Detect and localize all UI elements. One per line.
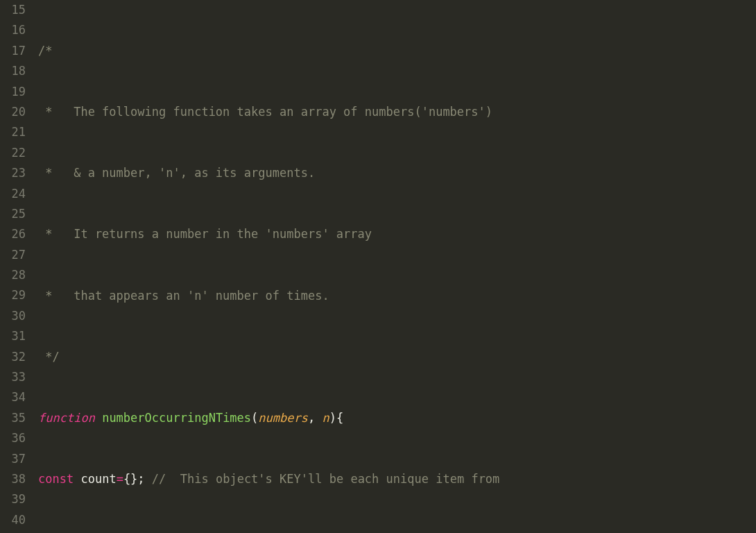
- line-number: 39: [0, 489, 26, 509]
- line-number: 36: [0, 428, 26, 448]
- line-number: 27: [0, 245, 26, 265]
- line-number: 26: [0, 224, 26, 244]
- line-number: 38: [0, 469, 26, 489]
- line-number: 20: [0, 102, 26, 122]
- line-number: 22: [0, 143, 26, 163]
- code-line[interactable]: */: [38, 347, 756, 367]
- code-line[interactable]: function numberOccurringNTimes(numbers, …: [38, 408, 756, 428]
- line-number: 17: [0, 41, 26, 61]
- code-line[interactable]: // our array(numbers) & its VALUES'll be…: [38, 530, 756, 533]
- line-number: 21: [0, 122, 26, 142]
- code-line[interactable]: const count={}; // This object's KEY'll …: [38, 469, 756, 489]
- line-number: 16: [0, 20, 26, 40]
- line-number: 19: [0, 82, 26, 102]
- line-number: 30: [0, 306, 26, 326]
- line-number: 31: [0, 326, 26, 346]
- code-line[interactable]: * & a number, 'n', as its arguments.: [38, 163, 756, 183]
- line-number: 40: [0, 510, 26, 530]
- line-number: 37: [0, 449, 26, 469]
- code-line[interactable]: * It returns a number in the 'numbers' a…: [38, 224, 756, 244]
- code-editor[interactable]: 15 16 17 18 19 20 21 22 23 24 25 26 27 2…: [0, 0, 756, 533]
- line-number: 35: [0, 408, 26, 428]
- line-number: 32: [0, 347, 26, 367]
- line-number: 29: [0, 285, 26, 305]
- line-number: 23: [0, 163, 26, 183]
- line-number: 18: [0, 61, 26, 81]
- line-number: 25: [0, 204, 26, 224]
- line-number: 15: [0, 0, 26, 20]
- code-line[interactable]: * that appears an 'n' number of times.: [38, 286, 756, 306]
- code-content[interactable]: /* * The following function takes an arr…: [38, 0, 756, 533]
- code-line[interactable]: * The following function takes an array …: [38, 102, 756, 122]
- code-line[interactable]: /*: [38, 41, 756, 61]
- line-number-gutter: 15 16 17 18 19 20 21 22 23 24 25 26 27 2…: [0, 0, 38, 533]
- line-number: 24: [0, 184, 26, 204]
- line-number: 34: [0, 387, 26, 407]
- line-number: 33: [0, 367, 26, 387]
- line-number: 28: [0, 265, 26, 285]
